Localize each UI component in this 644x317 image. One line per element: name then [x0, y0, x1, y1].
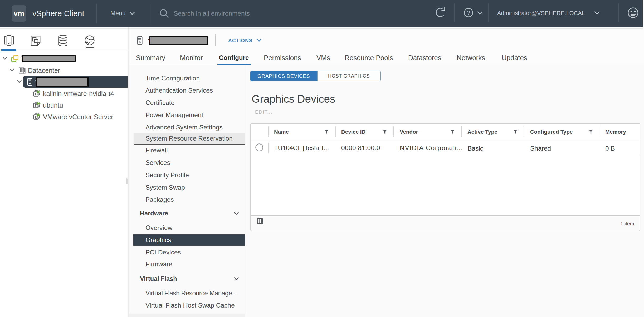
svg-text:?: ? — [467, 9, 470, 16]
